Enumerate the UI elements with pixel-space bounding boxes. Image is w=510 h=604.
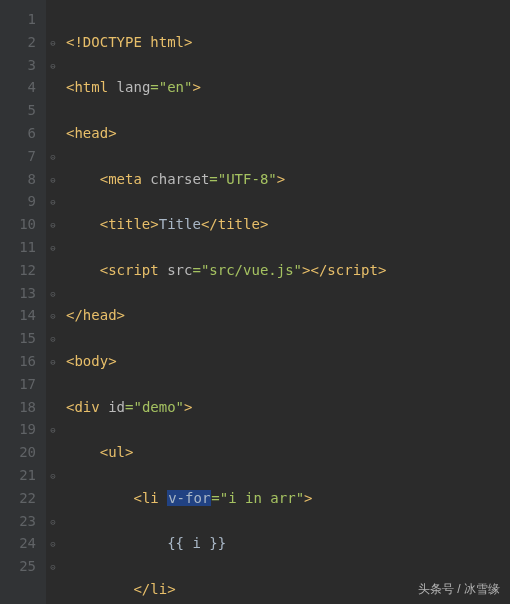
fold-marker[interactable] <box>46 259 60 282</box>
line-number: 9 <box>8 190 36 213</box>
fold-marker[interactable]: ⊖ <box>46 31 60 54</box>
fold-marker[interactable] <box>46 76 60 99</box>
fold-marker[interactable]: ⊝ <box>46 464 60 487</box>
code-line[interactable]: <div id="demo"> <box>66 396 386 419</box>
fold-marker[interactable] <box>46 122 60 145</box>
fold-marker[interactable]: ⊝ <box>46 304 60 327</box>
line-number: 2 <box>8 31 36 54</box>
fold-marker[interactable]: ⊝ <box>46 555 60 578</box>
code-line[interactable]: </li> <box>66 578 386 601</box>
line-number: 8 <box>8 168 36 191</box>
line-number-gutter: 1 2 3 4 5 6 7 8 9 10 11 12 13 14 15 16 1… <box>0 0 46 604</box>
fold-marker[interactable]: ⊖ <box>46 350 60 373</box>
code-line[interactable]: {{ i }} <box>66 532 386 555</box>
code-line[interactable]: </head> <box>66 304 386 327</box>
fold-marker[interactable]: ⊝ <box>46 327 60 350</box>
watermark-text: 头条号 / 冰雪缘 <box>418 581 500 598</box>
line-number: 19 <box>8 418 36 441</box>
code-line[interactable]: <ul> <box>66 441 386 464</box>
fold-marker[interactable]: ⊖ <box>46 236 60 259</box>
line-number: 11 <box>8 236 36 259</box>
fold-marker[interactable] <box>46 99 60 122</box>
code-line[interactable]: <body> <box>66 350 386 373</box>
code-editor[interactable]: 1 2 3 4 5 6 7 8 9 10 11 12 13 14 15 16 1… <box>0 0 510 604</box>
line-number: 20 <box>8 441 36 464</box>
fold-marker[interactable] <box>46 373 60 396</box>
line-number: 25 <box>8 555 36 578</box>
fold-marker[interactable]: ⊝ <box>46 510 60 533</box>
line-number: 12 <box>8 259 36 282</box>
line-number: 21 <box>8 464 36 487</box>
line-number: 23 <box>8 510 36 533</box>
fold-marker[interactable]: ⊖ <box>46 418 60 441</box>
code-line[interactable]: <html lang="en"> <box>66 76 386 99</box>
line-number: 24 <box>8 532 36 555</box>
code-line[interactable]: <script src="src/vue.js"></script> <box>66 259 386 282</box>
line-number: 16 <box>8 350 36 373</box>
line-number: 15 <box>8 327 36 350</box>
fold-marker[interactable] <box>46 8 60 31</box>
fold-marker[interactable] <box>46 396 60 419</box>
line-number: 5 <box>8 99 36 122</box>
fold-marker[interactable] <box>46 441 60 464</box>
line-number: 13 <box>8 282 36 305</box>
fold-marker[interactable]: ⊝ <box>46 532 60 555</box>
line-number: 17 <box>8 373 36 396</box>
code-line[interactable]: <li v-for="i in arr"> <box>66 487 386 510</box>
line-number: 18 <box>8 396 36 419</box>
line-number: 14 <box>8 304 36 327</box>
line-number: 10 <box>8 213 36 236</box>
fold-marker[interactable] <box>46 487 60 510</box>
code-area[interactable]: <!DOCTYPE html> <html lang="en"> <head> … <box>60 0 386 604</box>
line-number: 1 <box>8 8 36 31</box>
fold-marker[interactable]: ⊖ <box>46 54 60 77</box>
fold-marker[interactable]: ⊖ <box>46 213 60 236</box>
line-number: 3 <box>8 54 36 77</box>
code-line[interactable]: <head> <box>66 122 386 145</box>
fold-gutter: ⊖ ⊖ ⊝ ⊖ ⊖ ⊖ ⊖ ⊝ ⊝ ⊝ ⊖ ⊖ ⊝ ⊝ ⊝ ⊝ <box>46 0 60 604</box>
fold-marker[interactable]: ⊝ <box>46 282 60 305</box>
line-number: 4 <box>8 76 36 99</box>
fold-marker[interactable]: ⊝ <box>46 145 60 168</box>
fold-marker[interactable]: ⊖ <box>46 168 60 191</box>
code-line[interactable]: <meta charset="UTF-8"> <box>66 168 386 191</box>
line-number: 7 <box>8 145 36 168</box>
code-line[interactable]: <title>Title</title> <box>66 213 386 236</box>
line-number: 22 <box>8 487 36 510</box>
fold-marker[interactable]: ⊖ <box>46 190 60 213</box>
line-number: 6 <box>8 122 36 145</box>
code-line[interactable]: <!DOCTYPE html> <box>66 31 386 54</box>
